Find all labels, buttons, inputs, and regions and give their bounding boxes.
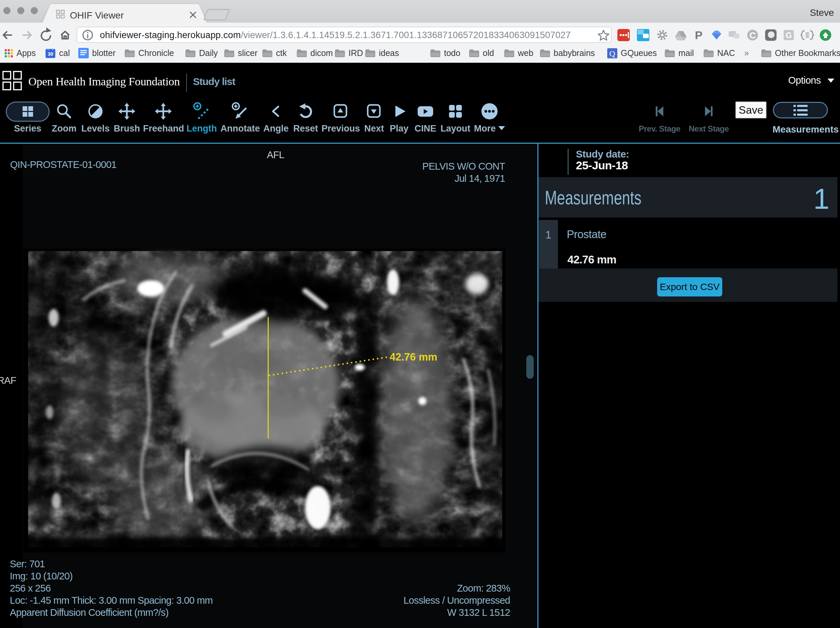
svg-text:C: C — [750, 30, 756, 41]
svg-text:30: 30 — [47, 51, 53, 57]
svg-text:P: P — [695, 29, 703, 41]
svg-text:Q: Q — [609, 49, 615, 58]
svg-text:42.76 mm: 42.76 mm — [390, 351, 437, 363]
svg-text:G: G — [786, 31, 792, 40]
